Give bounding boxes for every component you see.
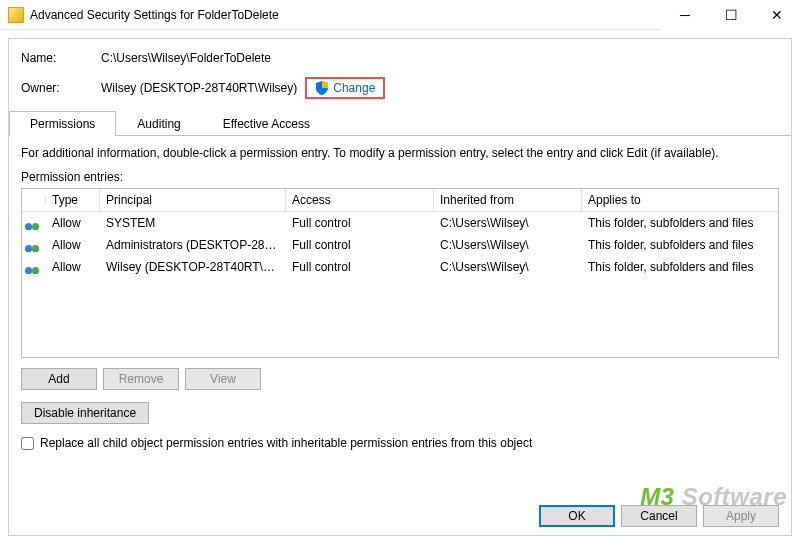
cell-type: Allow [46,236,100,254]
tab-auditing[interactable]: Auditing [116,111,201,136]
cell-principal: Wilsey (DESKTOP-28T40RT\Wil... [100,258,286,276]
cell-inherited: C:\Users\Wilsey\ [434,258,582,276]
cell-principal: SYSTEM [100,214,286,232]
minimize-button[interactable]: ─ [662,0,708,30]
col-type[interactable]: Type [46,189,100,211]
change-owner-link[interactable]: Change [305,77,385,99]
replace-child-checkbox[interactable] [21,437,34,450]
cell-applies: This folder, subfolders and files [582,258,778,276]
shield-icon [315,81,329,95]
info-text: For additional information, double-click… [21,146,779,160]
table-header: Type Principal Access Inherited from App… [22,189,778,212]
cell-principal: Administrators (DESKTOP-28T... [100,236,286,254]
view-button: View [185,368,261,390]
remove-button: Remove [103,368,179,390]
owner-value: Wilsey (DESKTOP-28T40RT\Wilsey) [101,81,297,95]
tab-bar: Permissions Auditing Effective Access [9,111,791,136]
disable-inheritance-button[interactable]: Disable inheritance [21,402,149,424]
permissions-table[interactable]: Type Principal Access Inherited from App… [21,188,779,358]
cancel-button[interactable]: Cancel [621,505,697,527]
apply-button: Apply [703,505,779,527]
folder-icon [8,7,24,23]
window-title: Advanced Security Settings for FolderToD… [30,8,279,22]
col-access[interactable]: Access [286,189,434,211]
close-button[interactable]: ✕ [754,0,800,30]
cell-access: Full control [286,214,434,232]
table-row[interactable]: AllowSYSTEMFull controlC:\Users\Wilsey\T… [22,212,778,234]
tab-permissions[interactable]: Permissions [9,111,116,136]
maximize-button[interactable]: ☐ [708,0,754,30]
tab-effective-access[interactable]: Effective Access [202,111,331,136]
cell-type: Allow [46,214,100,232]
col-inherited[interactable]: Inherited from [434,189,582,211]
cell-applies: This folder, subfolders and files [582,236,778,254]
cell-type: Allow [46,258,100,276]
add-button[interactable]: Add [21,368,97,390]
replace-child-label: Replace all child object permission entr… [40,436,532,450]
content-panel: Name: C:\Users\Wilsey\FolderToDelete Own… [8,38,792,536]
cell-inherited: C:\Users\Wilsey\ [434,214,582,232]
cell-access: Full control [286,236,434,254]
dialog-footer: OK Cancel Apply [539,505,779,527]
permission-entries-label: Permission entries: [21,170,779,184]
table-row[interactable]: AllowWilsey (DESKTOP-28T40RT\Wil...Full … [22,256,778,278]
ok-button[interactable]: OK [539,505,615,527]
name-value: C:\Users\Wilsey\FolderToDelete [101,51,271,65]
name-label: Name: [21,51,101,65]
change-link-text: Change [333,81,375,95]
col-applies[interactable]: Applies to [582,189,778,211]
owner-label: Owner: [21,81,101,95]
col-principal[interactable]: Principal [100,189,286,211]
cell-applies: This folder, subfolders and files [582,214,778,232]
cell-access: Full control [286,258,434,276]
table-row[interactable]: AllowAdministrators (DESKTOP-28T...Full … [22,234,778,256]
title-bar: Advanced Security Settings for FolderToD… [0,0,800,30]
cell-inherited: C:\Users\Wilsey\ [434,236,582,254]
